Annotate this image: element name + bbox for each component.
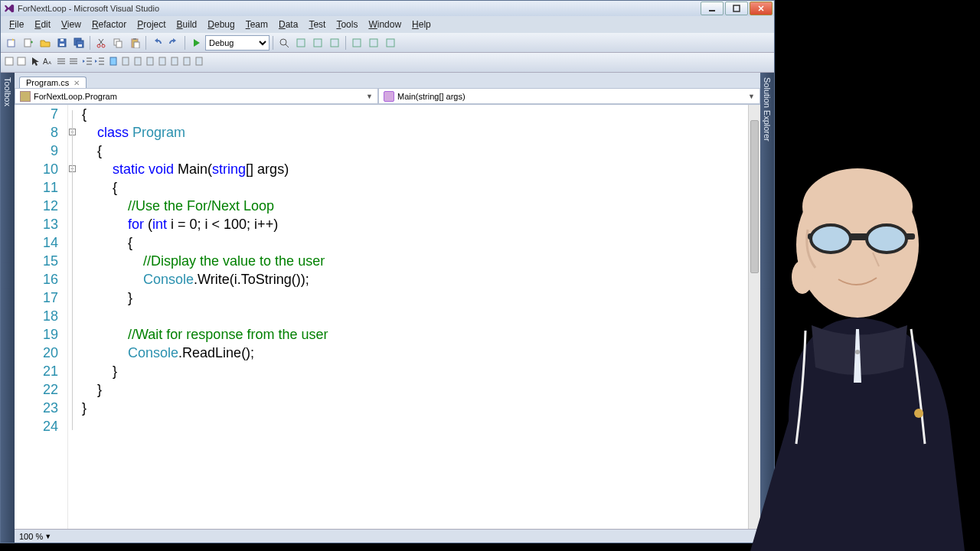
svg-rect-24 <box>5 57 13 65</box>
svg-point-40 <box>867 225 906 253</box>
toolbar-btn-c[interactable] <box>327 35 342 51</box>
solution-explorer-rail[interactable]: Solution Explorer <box>760 73 774 543</box>
svg-point-37 <box>802 168 913 245</box>
outlining-margin[interactable]: −− <box>68 105 79 529</box>
menu-debug[interactable]: Debug <box>202 18 240 31</box>
svg-rect-15 <box>133 38 136 40</box>
maximize-button[interactable] <box>725 2 748 15</box>
menu-refactor[interactable]: Refactor <box>87 18 132 31</box>
font-size-button[interactable]: AA <box>42 56 53 70</box>
vs-window: ForNextLoop - Microsoft Visual Studio Fi… <box>0 0 775 543</box>
close-button[interactable] <box>750 2 773 15</box>
method-combo[interactable]: Main(string[] args) ▼ <box>378 88 760 104</box>
display-selection-button[interactable] <box>16 56 27 70</box>
toolbar2-btn-a[interactable] <box>120 56 131 70</box>
toolbar-btn-d[interactable] <box>349 35 364 51</box>
svg-rect-6 <box>60 39 64 41</box>
save-button[interactable] <box>54 35 70 51</box>
menu-file[interactable]: File <box>4 18 29 31</box>
toolbar2-btn-c[interactable] <box>145 56 155 70</box>
code-text[interactable]: { class Program { static void Main(strin… <box>79 105 748 529</box>
paste-button[interactable] <box>127 35 142 51</box>
comment-button[interactable] <box>56 56 67 70</box>
code-area[interactable]: 789101112131415161718192021222324 −− { c… <box>15 105 760 529</box>
vertical-scrollbar[interactable] <box>748 105 760 529</box>
toolbar-btn-b[interactable] <box>310 35 325 51</box>
minimize-button[interactable] <box>701 2 724 15</box>
redo-button[interactable] <box>166 35 181 51</box>
scrollbar-thumb[interactable] <box>750 120 759 273</box>
toolbox-rail[interactable]: Toolbox <box>1 73 15 543</box>
start-debug-button[interactable] <box>188 35 204 51</box>
cut-button[interactable] <box>93 35 109 51</box>
add-item-button[interactable] <box>21 35 36 51</box>
svg-rect-22 <box>370 39 377 47</box>
menu-help[interactable]: Help <box>407 18 436 31</box>
save-all-button[interactable] <box>71 35 87 51</box>
toolbar2-btn-d[interactable] <box>157 56 168 70</box>
svg-rect-19 <box>314 39 322 47</box>
svg-point-17 <box>280 39 286 45</box>
toolbar2-btn-b[interactable] <box>132 56 143 70</box>
svg-point-42 <box>914 409 923 418</box>
tab-label: Program.cs <box>26 78 69 87</box>
svg-point-41 <box>855 350 860 354</box>
menu-tools[interactable]: Tools <box>331 18 363 31</box>
toolbar-text-editor: AA <box>1 53 774 73</box>
method-icon <box>384 91 394 102</box>
menu-data[interactable]: Data <box>273 18 303 31</box>
svg-text:A: A <box>43 57 48 66</box>
tab-program-cs[interactable]: Program.cs ✕ <box>19 77 87 88</box>
method-combo-label: Main(string[] args) <box>397 92 466 101</box>
menu-test[interactable]: Test <box>303 18 331 31</box>
svg-rect-33 <box>172 57 178 65</box>
zoom-level[interactable]: 100 % <box>19 532 43 541</box>
display-object-button[interactable] <box>4 56 15 70</box>
toolbar-btn-a[interactable] <box>293 35 309 51</box>
menu-window[interactable]: Window <box>363 18 407 31</box>
svg-rect-9 <box>78 44 82 47</box>
copy-button[interactable] <box>110 35 126 51</box>
toolbar-btn-f[interactable] <box>383 35 398 51</box>
find-button[interactable] <box>276 35 292 51</box>
window-controls <box>701 2 774 15</box>
class-combo[interactable]: ForNextLoop.Program ▼ <box>15 88 378 104</box>
open-button[interactable] <box>38 35 53 51</box>
increase-indent-button[interactable] <box>94 56 105 70</box>
svg-rect-25 <box>18 57 25 65</box>
toolbar2-btn-f[interactable] <box>181 56 192 70</box>
toolbar2-btn-e[interactable] <box>169 56 180 70</box>
menu-project[interactable]: Project <box>132 18 171 31</box>
cursor-button[interactable] <box>30 56 41 70</box>
titlebar: ForNextLoop - Microsoft Visual Studio <box>1 1 774 16</box>
config-select[interactable]: Debug <box>205 35 270 51</box>
undo-button[interactable] <box>149 35 165 51</box>
tab-close-icon[interactable]: ✕ <box>74 79 80 87</box>
svg-rect-34 <box>184 57 190 65</box>
line-number-gutter: 789101112131415161718192021222324 <box>15 105 68 529</box>
new-project-button[interactable] <box>4 35 19 51</box>
svg-rect-16 <box>134 42 139 48</box>
svg-rect-21 <box>353 39 361 47</box>
svg-rect-31 <box>147 57 153 65</box>
menu-build[interactable]: Build <box>172 18 203 31</box>
bookmark-button[interactable] <box>108 56 119 70</box>
zoom-dropdown-icon[interactable]: ▼ <box>44 533 51 540</box>
window-title: ForNextLoop - Microsoft Visual Studio <box>18 4 159 13</box>
svg-rect-1 <box>733 5 740 11</box>
decrease-indent-button[interactable] <box>82 56 93 70</box>
menu-team[interactable]: Team <box>240 18 273 31</box>
vs-icon <box>4 3 15 14</box>
menu-view[interactable]: View <box>56 18 87 31</box>
toolbar2-btn-g[interactable] <box>194 56 204 70</box>
class-icon <box>20 91 31 102</box>
uncomment-button[interactable] <box>68 56 79 70</box>
svg-rect-28 <box>110 57 116 65</box>
chevron-down-icon: ▼ <box>748 93 755 100</box>
toolbar-btn-e[interactable] <box>366 35 381 51</box>
svg-rect-18 <box>297 39 305 47</box>
document-tabs: Program.cs ✕ <box>15 73 760 88</box>
svg-rect-3 <box>24 39 31 47</box>
svg-rect-30 <box>135 57 141 65</box>
menu-edit[interactable]: Edit <box>29 18 56 31</box>
